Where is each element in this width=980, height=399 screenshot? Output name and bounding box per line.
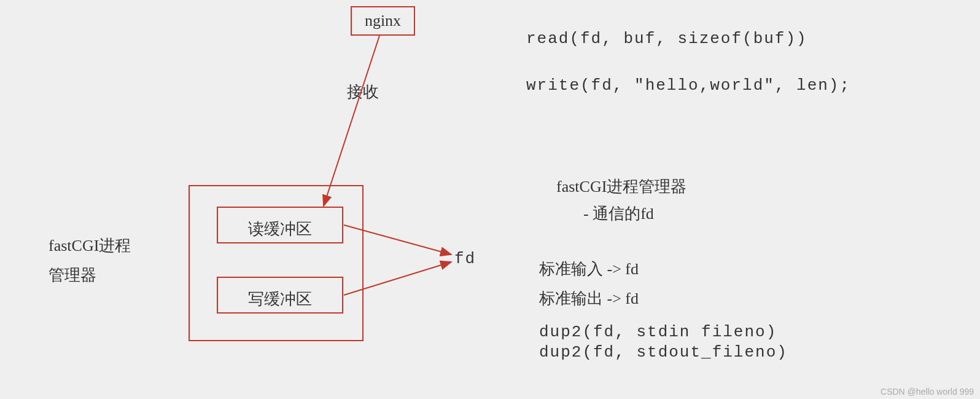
dup2-stdout: dup2(fd, stdout_fileno) <box>539 343 788 361</box>
pm-title: fastCGI进程管理器 <box>556 176 686 197</box>
arrows-layer <box>0 0 980 399</box>
write-call: write(fd, "hello,world", len); <box>526 76 850 95</box>
write-buffer-label: 写缓冲区 <box>248 288 312 310</box>
nginx-box: nginx <box>351 6 415 36</box>
stdin-line: 标准输入 -> fd <box>539 258 639 280</box>
read-buffer-box: 读缓冲区 <box>217 207 343 243</box>
arrow-nginx-to-readbuffer <box>324 36 379 206</box>
left-label-line2: 管理器 <box>49 264 96 286</box>
nginx-label: nginx <box>365 12 401 30</box>
read-call: read(fd, buf, sizeof(buf)) <box>526 30 807 48</box>
pm-bullet: - 通信的fd <box>583 203 654 224</box>
write-buffer-box: 写缓冲区 <box>217 277 343 314</box>
stdout-line: 标准输出 -> fd <box>539 288 639 309</box>
watermark: CSDN @hello world 999 <box>881 387 974 397</box>
read-buffer-label: 读缓冲区 <box>248 218 312 240</box>
fd-label: fd <box>454 250 476 268</box>
left-label-line1: fastCGI进程 <box>49 235 131 256</box>
dup2-stdin: dup2(fd, stdin fileno) <box>539 323 777 341</box>
receive-label: 接收 <box>347 81 379 103</box>
